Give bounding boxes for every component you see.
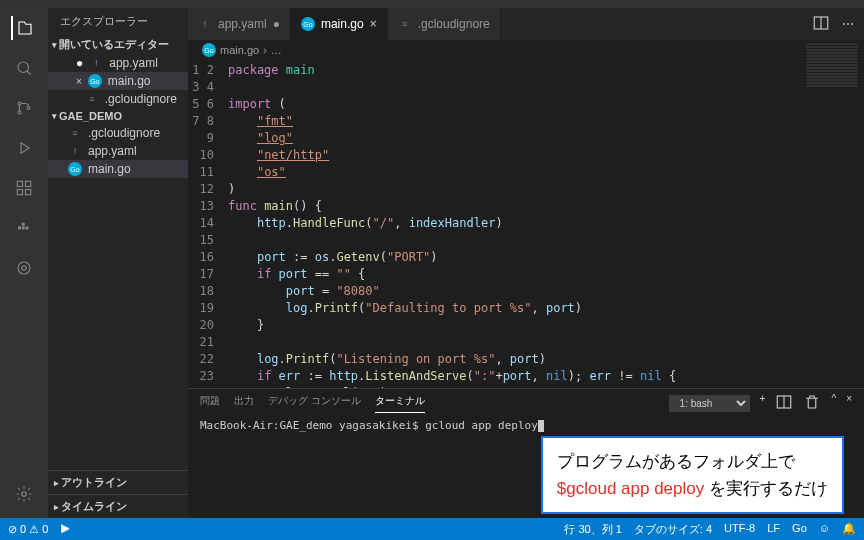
panel-tab[interactable]: 問題 (200, 394, 220, 413)
breadcrumb[interactable]: Go main.go › … (188, 40, 864, 60)
svg-rect-8 (18, 227, 21, 230)
text-file-icon: ≡ (68, 126, 82, 140)
chevron-up-icon[interactable]: ^ (831, 393, 836, 413)
split-editor-icon[interactable] (812, 14, 830, 35)
cloud-icon[interactable] (12, 256, 36, 280)
editor-tab[interactable]: Gomain.go× (291, 8, 388, 40)
go-file-icon: Go (88, 74, 102, 88)
settings-icon[interactable] (12, 482, 36, 506)
close-tab-icon[interactable]: × (370, 17, 377, 31)
status-feedback-icon[interactable]: ☺ (819, 522, 830, 537)
open-editor-item[interactable]: ×Gomain.go (48, 72, 188, 90)
terminal-command: gcloud app deploy (425, 419, 538, 432)
chevron-down-icon: ▾ (52, 111, 57, 121)
file-tree-item[interactable]: ≡.gcloudignore (48, 124, 188, 142)
yaml-file-icon: ! (89, 56, 103, 70)
status-encoding[interactable]: UTF-8 (724, 522, 755, 537)
chevron-down-icon: ▾ (52, 40, 57, 50)
go-file-icon: Go (68, 162, 82, 176)
split-terminal-icon[interactable] (775, 393, 793, 413)
terminal-prompt: MacBook-Air:GAE_demo yagasakikei$ (200, 419, 425, 432)
status-errors[interactable]: ⊘ 0 ⚠ 0 (8, 523, 48, 536)
yaml-file-icon: ! (198, 17, 212, 31)
svg-rect-4 (17, 181, 22, 186)
docker-icon[interactable] (12, 216, 36, 240)
svg-rect-11 (26, 227, 29, 230)
svg-point-3 (27, 107, 30, 110)
svg-point-2 (18, 111, 21, 114)
status-lang[interactable]: Go (792, 522, 807, 537)
close-panel-icon[interactable]: × (846, 393, 852, 413)
sidebar-title: エクスプローラー (48, 8, 188, 35)
open-editor-item[interactable]: ≡.gcloudignore (48, 90, 188, 108)
go-file-icon: Go (301, 17, 315, 31)
panel-tab[interactable]: 出力 (234, 394, 254, 413)
editor-tab[interactable]: ≡.gcloudignore (388, 8, 501, 40)
status-cursor-pos[interactable]: 行 30、列 1 (564, 522, 621, 537)
section-outline[interactable]: ▸アウトライン (48, 470, 188, 494)
editor-tab[interactable]: !app.yaml● (188, 8, 291, 40)
titlebar (0, 0, 864, 8)
search-icon[interactable] (12, 56, 36, 80)
status-eol[interactable]: LF (767, 522, 780, 537)
go-file-icon: Go (202, 43, 216, 57)
trash-icon[interactable] (803, 393, 821, 413)
statusbar: ⊘ 0 ⚠ 0 ⯈ 行 30、列 1 タブのサイズ: 4 UTF-8 LF Go… (0, 518, 864, 540)
activity-bar (0, 8, 48, 518)
new-terminal-icon[interactable]: + (760, 393, 766, 413)
text-file-icon: ≡ (398, 17, 412, 31)
explorer-icon[interactable] (11, 16, 35, 40)
extensions-icon[interactable] (12, 176, 36, 200)
panel-tab[interactable]: デバッグ コンソール (268, 394, 361, 413)
svg-point-0 (18, 62, 29, 73)
text-file-icon: ≡ (85, 92, 99, 106)
panel-tabs: 問題出力デバッグ コンソールターミナル 1: bash + ^ × (188, 389, 864, 413)
annotation-callout: プログラムがあるフォルダ上で $gcloud app deploy を実行するだ… (541, 436, 844, 514)
yaml-file-icon: ! (68, 144, 82, 158)
line-gutter: 1 2 3 4 5 6 7 8 9 10 11 12 13 14 15 16 1… (188, 60, 228, 388)
code-content[interactable]: package main import ( "fmt" "log" "net/h… (228, 60, 864, 388)
svg-point-12 (22, 266, 27, 271)
more-icon[interactable]: ⋯ (842, 17, 854, 31)
tab-bar: !app.yaml●Gomain.go×≡.gcloudignore ⋯ (188, 8, 864, 40)
file-tree-item[interactable]: Gomain.go (48, 160, 188, 178)
debug-icon[interactable] (12, 136, 36, 160)
panel-tab[interactable]: ターミナル (375, 394, 425, 413)
section-project[interactable]: ▾GAE_DEMO (48, 108, 188, 124)
svg-rect-10 (22, 223, 25, 226)
status-run[interactable]: ⯈ (60, 523, 71, 535)
scm-icon[interactable] (12, 96, 36, 120)
code-editor[interactable]: 1 2 3 4 5 6 7 8 9 10 11 12 13 14 15 16 1… (188, 60, 864, 388)
svg-rect-5 (26, 181, 31, 186)
terminal-cursor (538, 420, 544, 432)
svg-rect-7 (26, 190, 31, 195)
svg-point-13 (18, 262, 30, 274)
section-open-editors[interactable]: ▾開いているエディター (48, 35, 188, 54)
terminal-select[interactable]: 1: bash (669, 395, 750, 412)
open-editor-item[interactable]: ●!app.yaml (48, 54, 188, 72)
minimap[interactable] (802, 42, 862, 162)
file-tree-item[interactable]: !app.yaml (48, 142, 188, 160)
status-tab-size[interactable]: タブのサイズ: 4 (634, 522, 712, 537)
svg-rect-9 (22, 227, 25, 230)
chevron-right-icon: ▸ (54, 478, 59, 488)
svg-point-14 (22, 492, 27, 497)
chevron-right-icon: ▸ (54, 502, 59, 512)
sidebar: エクスプローラー ▾開いているエディター ●!app.yaml×Gomain.g… (48, 8, 188, 518)
status-bell-icon[interactable]: 🔔 (842, 522, 856, 537)
svg-point-1 (18, 102, 21, 105)
section-timeline[interactable]: ▸タイムライン (48, 494, 188, 518)
svg-rect-6 (17, 190, 22, 195)
